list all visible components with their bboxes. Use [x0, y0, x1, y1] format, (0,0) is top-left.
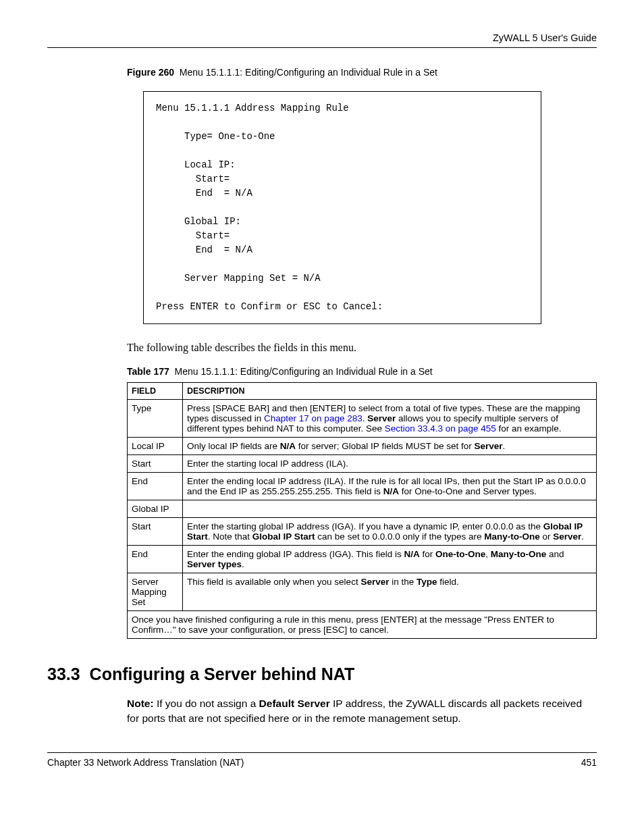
bold-text: Server [553, 531, 581, 542]
bold-text: Server [367, 413, 396, 423]
cell-field: End [128, 473, 183, 500]
text: can be set to 0.0.0.0 only if the types … [315, 531, 485, 542]
th-description: DESCRIPTION [183, 383, 597, 400]
cell-desc: Enter the starting global IP address (IG… [183, 518, 597, 546]
text: Only local IP fields are [187, 441, 280, 451]
section-heading: 33.3 Configuring a Server behind NAT [47, 664, 597, 684]
text: , [485, 549, 491, 559]
figure-section: Figure 260 Menu 15.1.1.1: Editing/Config… [127, 67, 597, 324]
th-field: FIELD [128, 383, 183, 400]
text: . [242, 559, 244, 569]
table-caption: Table 177 Menu 15.1.1.1: Editing/Configu… [127, 366, 597, 377]
intro-text: The following table describes the fields… [127, 342, 597, 354]
table-row: Start Enter the starting global IP addre… [128, 518, 597, 546]
cell-field: Start [128, 518, 183, 546]
cell-field: Type [128, 400, 183, 438]
link-section3343[interactable]: Section 33.4.3 on page 455 [385, 423, 496, 434]
table-footer-row: Once you have finished configuring a rul… [128, 611, 597, 639]
footer-chapter: Chapter 33 Network Address Translation (… [47, 757, 244, 768]
note-wrapper: Note: If you do not assign a Default Ser… [127, 696, 597, 725]
note-label: Note: [127, 698, 154, 709]
bold-text: Many-to-One [491, 549, 547, 559]
text: for server; Global IP fields MUST be set… [296, 441, 474, 451]
page-footer: Chapter 33 Network Address Translation (… [47, 752, 597, 768]
text: Enter the starting global IP address (IG… [187, 521, 543, 531]
cell-desc: Enter the starting local IP address (ILA… [183, 455, 597, 473]
cell-field: Server Mapping Set [128, 573, 183, 611]
text: If you do not assign a [154, 698, 259, 709]
cell-desc: Only local IP fields are N/A for server;… [183, 438, 597, 455]
text: . [581, 531, 584, 542]
text: and [546, 549, 564, 559]
table-label: Table 177 [127, 366, 169, 377]
figure-caption: Figure 260 Menu 15.1.1.1: Editing/Config… [127, 67, 597, 78]
text: . [502, 441, 505, 451]
bold-text: One-to-One [435, 549, 485, 559]
text: Enter the ending global IP address (IGA)… [187, 549, 404, 559]
cell-desc: This field is available only when you se… [183, 573, 597, 611]
cell-field: Local IP [128, 438, 183, 455]
bold-text: N/A [404, 549, 419, 559]
bold-text: N/A [383, 486, 399, 496]
link-chapter17[interactable]: Chapter 17 on page 283 [264, 413, 363, 423]
text: for [420, 549, 435, 559]
bold-text: Global IP Start [252, 531, 315, 542]
text: or [540, 531, 554, 542]
table-row: End Enter the ending global IP address (… [128, 546, 597, 573]
bold-text: N/A [280, 441, 296, 451]
text: field. [437, 577, 458, 587]
intro-block: The following table describes the fields… [127, 342, 597, 639]
text: for an example. [496, 423, 562, 434]
section-number: 33.3 [47, 664, 80, 683]
cell-desc [183, 500, 597, 518]
table-header-row: FIELD DESCRIPTION [128, 383, 597, 400]
figure-label: Figure 260 [127, 67, 174, 78]
bold-text: Server [474, 441, 502, 451]
table-row: Global IP [128, 500, 597, 518]
figure-box: Menu 15.1.1.1 Address Mapping Rule Type=… [143, 91, 541, 324]
table-row: Server Mapping Set This field is availab… [128, 573, 597, 611]
table-caption-text: Menu 15.1.1.1: Editing/Configuring an In… [175, 366, 433, 377]
figure-caption-text: Menu 15.1.1.1: Editing/Configuring an In… [180, 67, 437, 78]
cell-field: Global IP [128, 500, 183, 518]
table-row: Local IP Only local IP fields are N/A fo… [128, 438, 597, 455]
bold-text: Default Server [259, 698, 330, 709]
text: . Note that [208, 531, 252, 542]
footer-page: 451 [581, 757, 597, 768]
bold-text: Server types [187, 559, 242, 569]
note-block: Note: If you do not assign a Default Ser… [127, 696, 597, 725]
description-table: FIELD DESCRIPTION Type Press [SPACE BAR]… [127, 382, 597, 639]
text: This field is available only when you se… [187, 577, 360, 587]
bold-text: Many-to-One [484, 531, 540, 542]
cell-desc: Press [SPACE BAR] and then [ENTER] to se… [183, 400, 597, 438]
text: for One-to-One and Server types. [399, 486, 537, 496]
page: ZyWALL 5 User's Guide Figure 260 Menu 15… [0, 0, 644, 834]
header-rule [47, 47, 597, 48]
cell-desc: Enter the ending global IP address (IGA)… [183, 546, 597, 573]
header-title: ZyWALL 5 User's Guide [47, 32, 597, 43]
table-row: Type Press [SPACE BAR] and then [ENTER] … [128, 400, 597, 438]
bold-text: Server [360, 577, 389, 587]
section-title: Configuring a Server behind NAT [90, 664, 355, 683]
cell-desc: Enter the ending local IP address (ILA).… [183, 473, 597, 500]
cell-footer: Once you have finished configuring a rul… [128, 611, 597, 639]
table-row: Start Enter the starting local IP addres… [128, 455, 597, 473]
text: in the [389, 577, 417, 587]
table-row: End Enter the ending local IP address (I… [128, 473, 597, 500]
cell-field: Start [128, 455, 183, 473]
cell-field: End [128, 546, 183, 573]
bold-text: Type [417, 577, 437, 587]
